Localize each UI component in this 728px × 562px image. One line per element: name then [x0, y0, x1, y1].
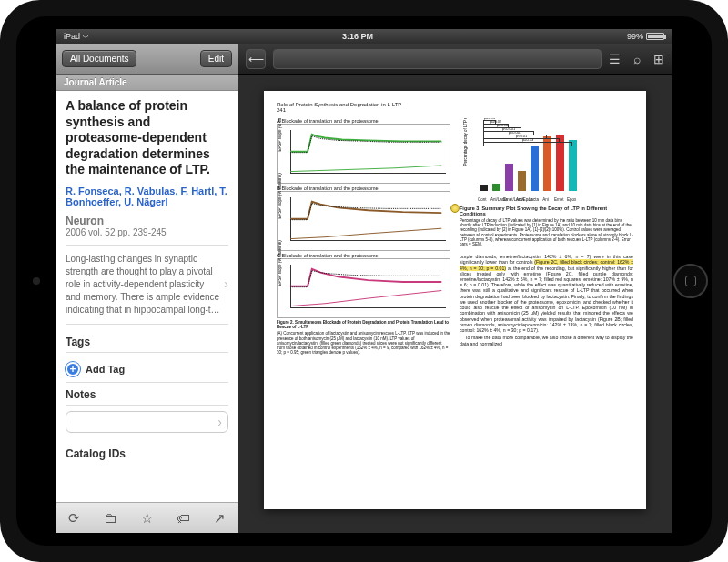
- bar-Epox: [569, 140, 577, 191]
- y-axis-label: EPSP slope (% baseline): [278, 118, 282, 152]
- body-paragraph: To make the data more comparable, we als…: [460, 335, 633, 346]
- page-viewport[interactable]: Role of Protein Synthesis and Degradatio…: [238, 75, 672, 533]
- body-paragraph: purple diamonds; emetine/lactacystin: 14…: [460, 254, 633, 333]
- article-title: A balance of protein synthesis and prote…: [66, 98, 228, 178]
- tags-header: Tags: [66, 330, 228, 353]
- body-span: at the end of the recording, but signifi…: [460, 266, 633, 334]
- citation: 2006 vol. 52 pp. 239-245: [66, 227, 228, 237]
- document-title-bar[interactable]: [273, 49, 602, 69]
- all-documents-button[interactable]: All Documents: [62, 50, 136, 67]
- front-camera: [33, 277, 40, 285]
- grid-icon[interactable]: ⊞: [653, 52, 664, 66]
- app-root: All Documents Edit Journal Article A bal…: [56, 44, 672, 533]
- pdf-reader: ⟵ ☰ ⌕ ⊞ Role of Protein Synthesis and De…: [238, 44, 672, 533]
- sidebar: All Documents Edit Journal Article A bal…: [56, 44, 238, 533]
- chart-figure3: Percentage decay of LTP values ContAni/L…: [460, 118, 633, 202]
- category-header: Journal Article: [56, 75, 238, 91]
- bar-category: Emet: [554, 197, 562, 202]
- catalog-header: Catalog IDs: [66, 442, 228, 464]
- folder-icon[interactable]: 🗀: [104, 510, 117, 526]
- chart-panel-c: EPSP slope (% baseline): [277, 258, 450, 318]
- right-column: Percentage decay of LTP values ContAni/L…: [460, 118, 633, 509]
- add-tag-label: Add Tag: [86, 364, 125, 375]
- abstract-row[interactable]: Long-lasting changes in synaptic strengt…: [66, 245, 228, 325]
- sidebar-bottom-toolbar: ⟳ 🗀 ☆ 🏷 ↗: [56, 502, 238, 533]
- abstract-text: Long-lasting changes in synaptic strengt…: [66, 253, 220, 316]
- edit-button[interactable]: Edit: [200, 50, 232, 67]
- clock: 3:16 PM: [88, 32, 627, 41]
- chart-panel-b: EPSP slope (% baseline): [277, 191, 450, 251]
- notes-field[interactable]: ›: [66, 411, 228, 433]
- figure3-title: Figure 3. Summary Plot Showing the Decay…: [460, 206, 633, 216]
- metadata-panel: A balance of protein synthesis and prote…: [56, 91, 238, 502]
- figure2-title: Figure 2. Simultaneous Blockade of Prote…: [277, 320, 450, 329]
- bar-category: Epox: [567, 197, 575, 202]
- search-icon[interactable]: ⌕: [633, 52, 641, 66]
- notes-header: Notes: [66, 383, 228, 406]
- device-label: iPad: [64, 32, 80, 41]
- y-axis-label: EPSP slope (% baseline): [278, 240, 282, 286]
- refresh-icon[interactable]: ⟳: [68, 510, 80, 527]
- bar-y-label: Percentage decay of LTP values: [463, 118, 468, 166]
- bar-Emet/Lacta: [505, 164, 513, 191]
- figure2-caption: (A) Concurrent application of lactacysti…: [277, 331, 450, 355]
- y-axis-label: EPSP slope (% baseline): [278, 173, 282, 218]
- back-button[interactable]: ⟵: [246, 49, 266, 69]
- bar-category: Emet/Lacta: [503, 197, 511, 202]
- reader-toolbar: ⟵ ☰ ⌕ ⊞: [238, 44, 672, 75]
- left-column: A Blockade of translation and the protea…: [277, 118, 450, 509]
- home-button[interactable]: [673, 264, 708, 298]
- bar-category: Ani/Lacta: [490, 197, 499, 202]
- battery-icon: [646, 33, 664, 40]
- screen: iPad ⌔ 3:16 PM 99% All Documents Edit Jo…: [56, 29, 672, 533]
- bar-Ani/Lacta: [492, 184, 500, 191]
- running-head: Role of Protein Synthesis and Degradatio…: [277, 102, 401, 107]
- plus-icon: +: [66, 362, 80, 376]
- chevron-right-icon: ›: [224, 276, 228, 294]
- bar-Cont: [480, 185, 488, 191]
- battery-percent: 99%: [627, 32, 643, 41]
- annotation-marker[interactable]: [450, 204, 460, 213]
- bar-category: Ani: [541, 197, 550, 202]
- ipad-frame: iPad ⌔ 3:16 PM 99% All Documents Edit Jo…: [0, 0, 728, 562]
- pdf-page: Role of Protein Synthesis and Degradatio…: [264, 91, 646, 509]
- bar-category: Ani/Epox: [516, 197, 524, 202]
- chart-panel-a: EPSP slope (% baseline): [277, 124, 450, 184]
- list-icon[interactable]: ☰: [609, 52, 621, 66]
- tag-icon[interactable]: 🏷: [177, 510, 190, 526]
- star-icon[interactable]: ☆: [141, 510, 153, 527]
- share-icon[interactable]: ↗: [214, 510, 226, 527]
- page-number: 241: [277, 107, 286, 113]
- bar-Lacta: [531, 146, 539, 191]
- p-value-label: p=0.73: [522, 137, 533, 142]
- add-tag-row[interactable]: + Add Tag: [66, 356, 228, 383]
- status-bar: iPad ⌔ 3:16 PM 99%: [56, 29, 672, 44]
- page-header: Role of Protein Synthesis and Degradatio…: [277, 102, 633, 113]
- sidebar-toolbar: All Documents Edit: [56, 44, 238, 75]
- chevron-right-icon: ›: [217, 415, 222, 429]
- article-authors[interactable]: R. Fonseca, R. Vabulas, F. Hartl, T. Bon…: [66, 186, 228, 207]
- bar-category: Cont: [478, 197, 486, 202]
- bar-category: Lacta: [529, 197, 537, 202]
- bar-Ani/Epox: [518, 171, 526, 191]
- figure3-caption: Percentage of decay of LTP values was de…: [460, 218, 633, 246]
- journal-name: Neuron: [66, 215, 228, 227]
